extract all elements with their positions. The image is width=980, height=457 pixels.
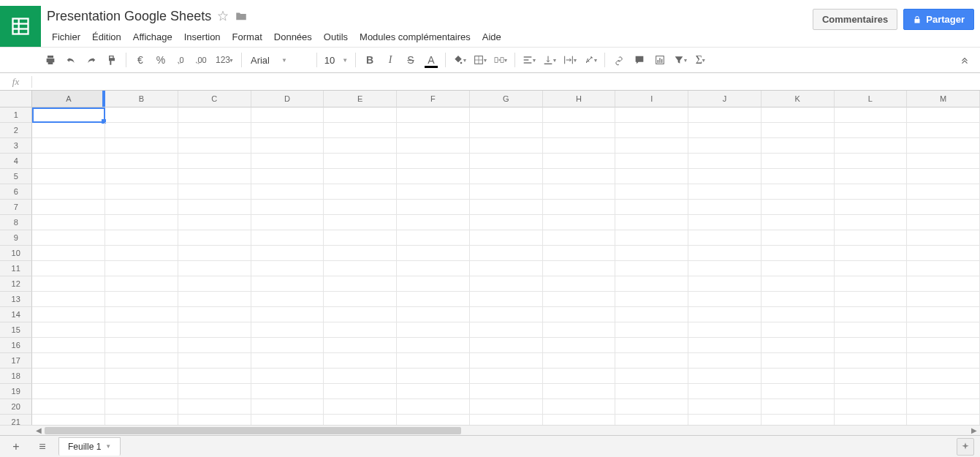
- cell[interactable]: [105, 169, 178, 184]
- cell[interactable]: [251, 184, 324, 200]
- cell[interactable]: [397, 154, 470, 169]
- row-header[interactable]: 5: [0, 169, 32, 184]
- cell[interactable]: [470, 138, 543, 154]
- fill-color-button[interactable]: ▼: [450, 50, 469, 69]
- cell[interactable]: [178, 415, 251, 425]
- row-header[interactable]: 14: [0, 307, 32, 322]
- column-header[interactable]: J: [688, 91, 761, 107]
- cell[interactable]: [761, 353, 835, 369]
- cell[interactable]: [32, 307, 105, 322]
- cell[interactable]: [251, 200, 324, 215]
- cell[interactable]: [543, 200, 616, 215]
- cell[interactable]: [178, 369, 251, 384]
- horizontal-scrollbar[interactable]: ◀ ▶: [0, 425, 980, 435]
- cell[interactable]: [324, 200, 397, 215]
- cell[interactable]: [835, 338, 908, 353]
- cell[interactable]: [835, 322, 908, 338]
- cell[interactable]: [251, 215, 324, 230]
- cell[interactable]: [178, 384, 251, 399]
- insert-chart-icon[interactable]: [650, 50, 669, 69]
- cell[interactable]: [761, 123, 835, 138]
- cell[interactable]: [178, 276, 251, 292]
- cell[interactable]: [761, 215, 835, 230]
- text-wrap-button[interactable]: ▼: [561, 50, 580, 69]
- cell[interactable]: [32, 353, 105, 369]
- cell[interactable]: [32, 276, 105, 292]
- cell[interactable]: [251, 169, 324, 184]
- cell[interactable]: [615, 261, 688, 276]
- row-header[interactable]: 16: [0, 338, 32, 353]
- cell[interactable]: [761, 154, 835, 169]
- cell[interactable]: [397, 184, 470, 200]
- cell[interactable]: [178, 338, 251, 353]
- select-all-corner[interactable]: [0, 91, 32, 107]
- cell[interactable]: [397, 415, 470, 425]
- cell[interactable]: [251, 384, 324, 399]
- cell[interactable]: [105, 384, 178, 399]
- cell[interactable]: [397, 246, 470, 261]
- cell[interactable]: [178, 261, 251, 276]
- cell[interactable]: [178, 154, 251, 169]
- cell[interactable]: [907, 230, 980, 246]
- cell[interactable]: [761, 415, 835, 425]
- cell[interactable]: [543, 184, 616, 200]
- cell[interactable]: [105, 307, 178, 322]
- cell[interactable]: [543, 292, 616, 307]
- column-header[interactable]: E: [324, 91, 397, 107]
- row-header[interactable]: 11: [0, 261, 32, 276]
- cell[interactable]: [397, 384, 470, 399]
- scroll-right-arrow[interactable]: ▶: [968, 426, 980, 434]
- cell[interactable]: [543, 169, 616, 184]
- cell[interactable]: [324, 246, 397, 261]
- percent-button[interactable]: %: [151, 50, 170, 69]
- column-header[interactable]: H: [543, 91, 616, 107]
- cell[interactable]: [397, 292, 470, 307]
- cell[interactable]: [178, 246, 251, 261]
- cell[interactable]: [397, 169, 470, 184]
- column-header[interactable]: I: [615, 91, 688, 107]
- menu-affichage[interactable]: Affichage: [128, 29, 178, 45]
- cell[interactable]: [835, 415, 908, 425]
- cell[interactable]: [688, 215, 761, 230]
- cell[interactable]: [105, 338, 178, 353]
- functions-icon[interactable]: Σ▼: [691, 50, 710, 69]
- row-header[interactable]: 3: [0, 138, 32, 154]
- cell[interactable]: [105, 369, 178, 384]
- cell[interactable]: [543, 415, 616, 425]
- cell[interactable]: [907, 276, 980, 292]
- row-header[interactable]: 15: [0, 322, 32, 338]
- cell[interactable]: [835, 215, 908, 230]
- cell[interactable]: [688, 338, 761, 353]
- cell[interactable]: [32, 369, 105, 384]
- cell[interactable]: [251, 246, 324, 261]
- column-header[interactable]: L: [835, 91, 908, 107]
- sheets-logo[interactable]: [0, 6, 41, 47]
- scroll-left-arrow[interactable]: ◀: [33, 426, 45, 434]
- cell[interactable]: [397, 353, 470, 369]
- cell[interactable]: [543, 399, 616, 415]
- italic-button[interactable]: I: [381, 50, 400, 69]
- cell[interactable]: [470, 353, 543, 369]
- cell[interactable]: [178, 138, 251, 154]
- star-icon[interactable]: [217, 10, 229, 22]
- cell[interactable]: [761, 322, 835, 338]
- cell[interactable]: [688, 184, 761, 200]
- cell[interactable]: [32, 107, 105, 123]
- cell[interactable]: [615, 322, 688, 338]
- cell[interactable]: [907, 261, 980, 276]
- redo-icon[interactable]: [82, 50, 101, 69]
- cell[interactable]: [470, 246, 543, 261]
- column-header[interactable]: B: [105, 91, 178, 107]
- cell[interactable]: [761, 307, 835, 322]
- cell[interactable]: [178, 353, 251, 369]
- cell[interactable]: [324, 107, 397, 123]
- cell[interactable]: [32, 415, 105, 425]
- row-header[interactable]: 7: [0, 200, 32, 215]
- cell[interactable]: [688, 384, 761, 399]
- cell[interactable]: [835, 384, 908, 399]
- cell[interactable]: [761, 338, 835, 353]
- cell[interactable]: [470, 200, 543, 215]
- cell[interactable]: [543, 138, 616, 154]
- cell[interactable]: [178, 307, 251, 322]
- row-header[interactable]: 19: [0, 384, 32, 399]
